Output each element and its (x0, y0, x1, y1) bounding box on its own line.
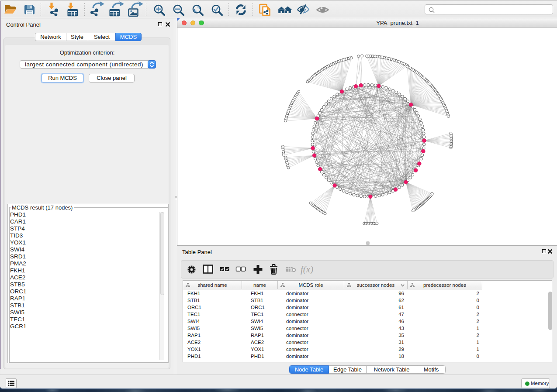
svg-text:f(x): f(x) (301, 264, 313, 275)
